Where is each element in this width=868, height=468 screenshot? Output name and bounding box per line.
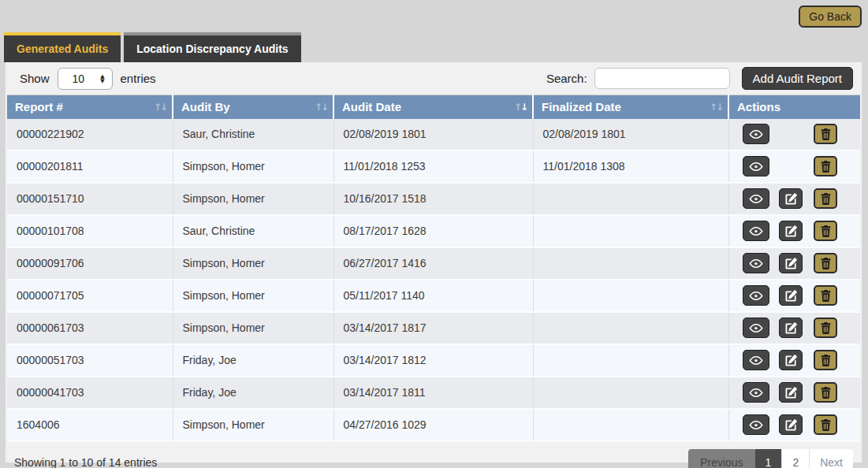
cell-finalized-date	[533, 409, 728, 441]
edit-icon	[785, 290, 797, 302]
edit-icon	[785, 258, 797, 269]
action-slot	[739, 285, 773, 306]
action-slot	[808, 156, 843, 176]
view-button[interactable]	[743, 414, 769, 435]
page-button-1[interactable]: 1	[755, 449, 782, 468]
column-header-audit-date[interactable]: Audit Date↑↓	[333, 95, 533, 119]
cell-actions	[728, 150, 860, 183]
cell-report-number: 00000051703	[7, 344, 173, 377]
delete-button[interactable]	[814, 124, 837, 144]
sort-icon: ↑↓	[315, 102, 327, 113]
delete-button[interactable]	[814, 414, 837, 435]
cell-finalized-date	[533, 280, 728, 312]
trash-icon	[821, 322, 831, 334]
showing-entries-text: Showing 1 to 10 of 14 entries	[14, 456, 157, 468]
action-slot	[808, 188, 843, 209]
cell-audit-date: 03/14/2017 1817	[333, 312, 533, 344]
cell-audit-by: Simpson, Homer	[173, 150, 333, 183]
column-label: Finalized Date	[542, 100, 621, 113]
table-row: 00000201811Simpson, Homer11/01/2018 1253…	[7, 150, 860, 183]
column-header-finalized-date[interactable]: Finalized Date↑↓	[533, 95, 728, 119]
tab-generated-audits[interactable]: Generated Audits	[4, 32, 121, 62]
cell-audit-by: Simpson, Homer	[173, 312, 333, 344]
show-entries-select[interactable]: 10 ▲▼	[58, 68, 113, 90]
view-button[interactable]	[743, 285, 769, 306]
delete-button[interactable]	[814, 156, 837, 176]
page-button-2[interactable]: 2	[781, 449, 809, 468]
edit-button[interactable]	[779, 414, 803, 435]
view-button[interactable]	[743, 156, 769, 176]
previous-page-button[interactable]: Previous	[688, 449, 754, 468]
action-slot	[739, 414, 773, 435]
cell-audit-date: 05/11/2017 1140	[333, 280, 533, 312]
tab-bar: Generated Audits Location Discrepancy Au…	[0, 32, 868, 62]
cell-audit-date: 03/14/2017 1811	[333, 377, 533, 409]
table-row: 00000151710Simpson, Homer10/16/2017 1518	[7, 183, 860, 215]
cell-finalized-date	[533, 247, 728, 280]
view-button[interactable]	[743, 188, 769, 209]
audits-table: Report #↑↓Audit By↑↓Audit Date↑↓Finalize…	[7, 95, 860, 442]
action-slot	[739, 156, 773, 176]
view-button[interactable]	[743, 382, 769, 403]
action-slot	[808, 350, 843, 370]
delete-button[interactable]	[814, 285, 837, 306]
table-row: 1604006Simpson, Homer04/27/2016 1029	[7, 409, 860, 441]
action-slot	[808, 221, 843, 241]
eye-icon	[749, 226, 763, 236]
next-page-button[interactable]: Next	[809, 449, 853, 468]
cell-report-number: 00000151710	[7, 183, 173, 215]
cell-finalized-date	[533, 183, 728, 215]
edit-button[interactable]	[779, 318, 803, 338]
view-button[interactable]	[743, 124, 769, 144]
add-audit-report-button[interactable]: Add Audit Report	[742, 67, 853, 90]
action-slot	[773, 188, 808, 209]
table-header-row: Report #↑↓Audit By↑↓Audit Date↑↓Finalize…	[7, 95, 860, 119]
cell-audit-by: Simpson, Homer	[173, 183, 333, 215]
delete-button[interactable]	[814, 253, 837, 273]
cell-audit-by: Saur, Christine	[173, 119, 333, 150]
edit-button[interactable]	[779, 285, 803, 306]
cell-report-number: 00000041703	[7, 377, 173, 409]
cell-finalized-date: 02/08/2019 1801	[533, 119, 728, 150]
cell-actions	[728, 280, 860, 312]
cell-actions	[728, 247, 860, 280]
delete-button[interactable]	[814, 350, 837, 370]
column-label: Report #	[15, 100, 63, 113]
view-button[interactable]	[743, 253, 769, 273]
delete-button[interactable]	[814, 382, 837, 403]
delete-button[interactable]	[814, 221, 837, 241]
edit-button[interactable]	[779, 221, 803, 241]
go-back-button[interactable]: Go Back	[799, 6, 862, 28]
trash-icon	[821, 258, 831, 269]
table-row: 00000091706Simpson, Homer06/27/2017 1416	[7, 247, 860, 280]
cell-actions	[728, 312, 860, 344]
edit-button[interactable]	[779, 188, 803, 209]
edit-icon	[785, 387, 797, 399]
show-label: Show	[20, 72, 50, 85]
column-header-report[interactable]: Report #↑↓	[7, 95, 173, 119]
view-button[interactable]	[743, 350, 769, 370]
cell-audit-by: Saur, Christine	[173, 215, 333, 247]
pagination: Previous12Next	[688, 449, 853, 468]
edit-button[interactable]	[779, 253, 803, 273]
tab-location-discrepancy-audits[interactable]: Location Discrepancy Audits	[124, 32, 300, 62]
delete-button[interactable]	[814, 188, 837, 209]
spinner-arrows-icon: ▲▼	[100, 74, 104, 84]
delete-button[interactable]	[814, 318, 837, 338]
column-header-audit-by[interactable]: Audit By↑↓	[173, 95, 333, 119]
view-button[interactable]	[743, 221, 769, 241]
trash-icon	[821, 161, 831, 173]
search-input[interactable]	[594, 68, 730, 89]
table-row: 00000101708Saur, Christine08/17/2017 162…	[7, 215, 860, 247]
edit-icon	[785, 193, 797, 205]
trash-icon	[821, 128, 831, 140]
edit-button[interactable]	[779, 350, 803, 370]
column-label: Actions	[737, 100, 780, 113]
table-footer: Showing 1 to 10 of 14 entries Previous12…	[6, 442, 862, 468]
eye-icon	[749, 323, 763, 333]
action-slot	[808, 285, 843, 306]
view-button[interactable]	[743, 318, 769, 338]
cell-audit-date: 10/16/2017 1518	[333, 183, 533, 215]
sort-icon: ↑↓	[514, 102, 527, 113]
edit-button[interactable]	[779, 382, 803, 403]
